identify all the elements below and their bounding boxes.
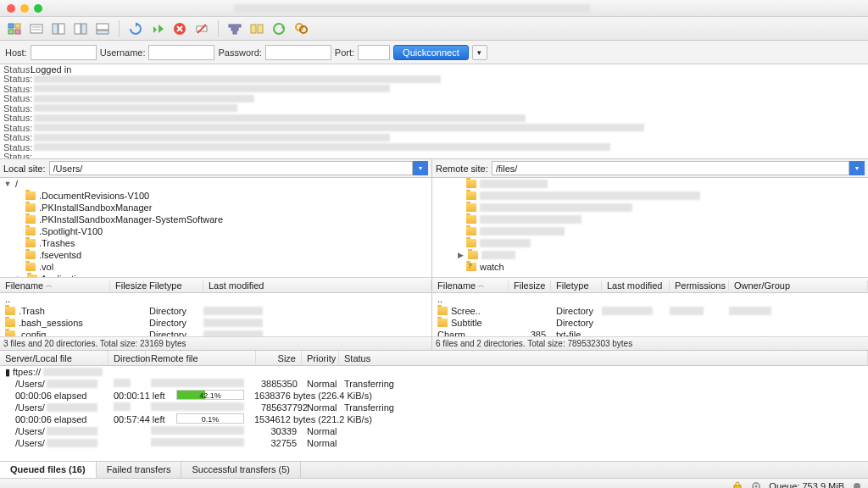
status-label: Status: [0, 152, 31, 159]
list-item[interactable]: .TrashDirectory [0, 305, 431, 317]
local-tree[interactable]: ▼/ .DocumentRevisions-V100 .PKInstallSan… [0, 178, 431, 278]
local-file-list[interactable]: .. .TrashDirectory .bash_sessionsDirecto… [0, 293, 431, 336]
toggle-remote-tree-icon[interactable] [71, 19, 90, 38]
col-filesize[interactable]: Filesize [509, 280, 551, 291]
list-item[interactable]: Scree..Directory [432, 305, 868, 317]
filter-icon[interactable] [225, 19, 244, 38]
status-bar: Queue: 753.9 MiB [0, 478, 868, 488]
zoom-window-button[interactable] [34, 4, 42, 13]
col-filename[interactable]: Filename︿ [0, 280, 110, 291]
queue-item[interactable]: /Users/3885350NormalTransferring [0, 378, 868, 390]
tree-item[interactable]: .fseventsd [39, 250, 81, 260]
host-input[interactable] [31, 45, 97, 60]
svg-rect-24 [251, 25, 256, 33]
tab-queued-files[interactable]: Queued files (16) [0, 462, 97, 478]
list-item[interactable]: Charm..385txt-file [432, 329, 868, 336]
list-item[interactable]: .configDirectory [0, 329, 431, 336]
sort-asc-icon: ︿ [478, 280, 485, 290]
quickconnect-button[interactable]: Quickconnect [393, 45, 469, 60]
list-item[interactable]: .. [432, 293, 868, 305]
tab-successful-transfers[interactable]: Successful transfers (5) [181, 462, 301, 478]
blurred-value [203, 307, 263, 315]
sitemanager-icon[interactable] [5, 19, 24, 38]
toggle-queue-icon[interactable] [93, 19, 112, 38]
quickconnect-history-dropdown[interactable]: ▾ [472, 45, 487, 60]
queue-list[interactable]: ▮ftpes:// /Users/3885350NormalTransferri… [0, 366, 868, 461]
tree-item-blurred[interactable] [480, 215, 581, 224]
toggle-log-icon[interactable] [27, 19, 46, 38]
minimize-window-button[interactable] [20, 4, 29, 13]
col-status[interactable]: Status [339, 351, 868, 365]
remote-file-list[interactable]: .. Scree..Directory SubtitleDirectory Ch… [432, 293, 868, 336]
tree-item[interactable]: watch [480, 262, 504, 272]
password-input[interactable] [265, 45, 331, 60]
col-lastmodified[interactable]: Last modified [203, 280, 431, 291]
queue-indicator-icon[interactable] [851, 480, 863, 489]
disclosure-icon[interactable]: ▼ [3, 180, 12, 188]
sync-browse-icon[interactable] [270, 19, 288, 38]
tree-item[interactable]: .Spotlight-V100 [39, 226, 103, 236]
col-priority[interactable]: Priority [302, 351, 339, 365]
tree-item[interactable]: / [15, 179, 18, 189]
close-window-button[interactable] [7, 4, 15, 13]
queue-item[interactable]: /Users/785637792NormalTransferring [0, 402, 868, 413]
tree-item-blurred[interactable] [480, 239, 531, 247]
tree-item[interactable]: .PKInstallSandboxManager [39, 202, 152, 213]
folder-icon [25, 191, 36, 200]
blurred-value [670, 307, 704, 315]
list-item[interactable]: .bash_sessionsDirectory [0, 317, 431, 329]
remote-site-input[interactable] [492, 161, 849, 175]
col-filename[interactable]: Filename︿ [432, 280, 509, 291]
tree-item-blurred[interactable] [481, 251, 515, 259]
list-item[interactable]: SubtitleDirectory [432, 317, 868, 329]
disclosure-icon[interactable]: ▶ [456, 251, 465, 259]
col-permissions[interactable]: Permissions [670, 280, 729, 291]
refresh-icon[interactable] [126, 19, 145, 38]
col-owner[interactable]: Owner/Group [729, 280, 868, 291]
col-lastmodified[interactable]: Last modified [602, 280, 670, 291]
tree-item-blurred[interactable] [480, 227, 565, 236]
col-filetype[interactable]: Filetype [551, 280, 602, 291]
col-size[interactable]: Size [256, 351, 302, 365]
col-filesize[interactable]: Filesize [110, 280, 144, 291]
queue-item[interactable]: /Users/30339Normal [0, 425, 868, 437]
col-server-local[interactable]: Server/Local file [0, 351, 108, 365]
encryption-icon[interactable] [732, 480, 743, 489]
col-direction[interactable]: Direction [108, 351, 146, 365]
remote-site-dropdown[interactable]: ▾ [849, 161, 865, 175]
tree-item-blurred[interactable] [480, 191, 700, 200]
col-remote-file[interactable]: Remote file [146, 351, 256, 365]
search-icon[interactable] [292, 19, 310, 38]
local-site-input[interactable] [49, 161, 413, 175]
folder-icon [5, 330, 15, 336]
queue-progress-row: 00:00:06 elapsed00:00:11 left42.1%163837… [0, 390, 868, 402]
settings-icon[interactable] [750, 480, 762, 489]
blurred-value [203, 319, 263, 327]
compare-icon[interactable] [248, 19, 266, 38]
tree-item[interactable]: .Trashes [39, 238, 75, 248]
tree-item-blurred[interactable] [480, 180, 548, 188]
queue-item[interactable]: /Users/32755Normal [0, 437, 868, 449]
process-queue-icon[interactable] [148, 19, 167, 38]
toggle-local-tree-icon[interactable] [49, 19, 68, 38]
username-input[interactable] [148, 45, 214, 60]
cancel-icon[interactable] [170, 19, 189, 38]
port-input[interactable] [358, 45, 390, 60]
remote-tree[interactable]: ▶ watch [432, 178, 868, 278]
tree-item[interactable]: .vol [39, 262, 53, 272]
col-filetype[interactable]: Filetype [144, 280, 203, 291]
tree-item[interactable]: .DocumentRevisions-V100 [39, 191, 149, 201]
password-label: Password: [218, 47, 261, 58]
folder-icon [466, 203, 476, 212]
list-item[interactable]: .. [0, 293, 431, 305]
folder-icon [5, 319, 15, 327]
tree-item[interactable]: .PKInstallSandboxManager-SystemSoftware [39, 214, 223, 225]
host-label: Host: [5, 47, 27, 58]
local-site-dropdown[interactable]: ▾ [413, 161, 428, 175]
tree-item-blurred[interactable] [480, 203, 632, 212]
tab-failed-transfers[interactable]: Failed transfers [97, 462, 182, 478]
queue-server-row[interactable]: ▮ftpes:// [0, 366, 868, 378]
svg-rect-0 [8, 24, 14, 28]
disconnect-icon[interactable] [192, 19, 211, 38]
message-log[interactable]: Status:Logged in Status: Status: Status:… [0, 64, 868, 159]
